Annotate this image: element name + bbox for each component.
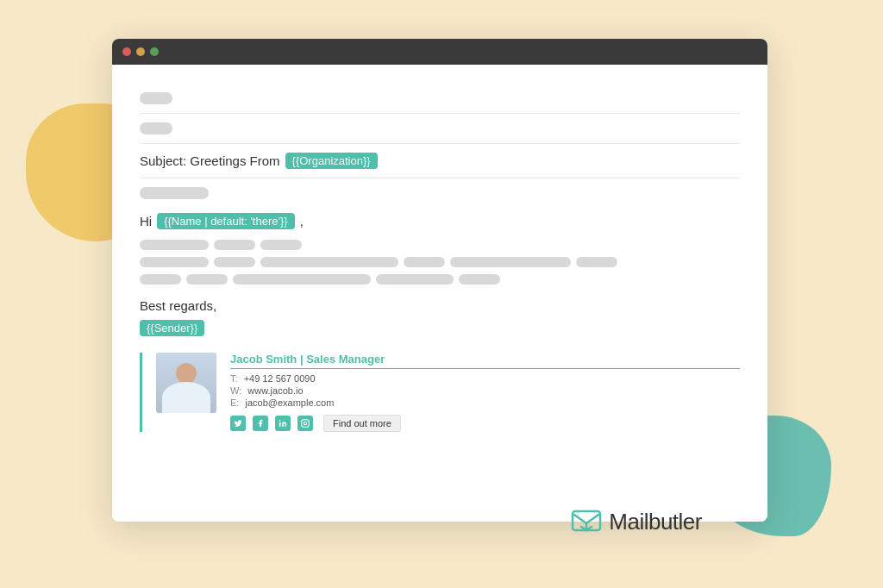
- send-to-line: [140, 187, 740, 199]
- placeholder-line-2: [140, 122, 172, 134]
- avatar-body: [162, 382, 210, 413]
- bl-3-4: [376, 274, 454, 285]
- avatar-head: [176, 363, 197, 384]
- bl-2-2: [214, 257, 255, 267]
- signature-info: Jacob Smith | Sales Manager T: +49 12 56…: [230, 353, 740, 432]
- facebook-icon[interactable]: [253, 416, 268, 431]
- svg-point-3: [304, 422, 306, 424]
- body-line-2: [140, 257, 740, 267]
- browser-window: Subject: Greetings From {{Organization}}…: [112, 39, 767, 522]
- socials-and-button: Find out more: [230, 415, 740, 432]
- placeholder-row-1: [140, 92, 740, 104]
- placeholder-line-1: [140, 92, 172, 104]
- find-out-more-button[interactable]: Find out more: [323, 415, 401, 432]
- placeholder-row-2: [140, 122, 740, 134]
- signature-email: E: jacob@example.com: [230, 397, 740, 408]
- top-placeholder-rows: [140, 92, 740, 144]
- name-tag: {{Name | default: 'there'}}: [157, 213, 295, 229]
- signature-website: W: www.jacob.io: [230, 385, 740, 396]
- best-regards-text: Best regards,: [140, 298, 740, 313]
- svg-rect-2: [302, 420, 309, 427]
- hi-prefix: Hi: [140, 214, 152, 228]
- linkedin-icon[interactable]: [275, 416, 291, 431]
- bl-3-1: [140, 274, 181, 285]
- mailbutler-icon: [571, 508, 602, 536]
- signature-block: Jacob Smith | Sales Manager T: +49 12 56…: [140, 353, 740, 432]
- bl-3-3: [233, 274, 371, 285]
- browser-titlebar: [112, 39, 767, 65]
- sender-tag-wrapper: {{Sender}}: [140, 320, 740, 335]
- twitter-icon[interactable]: [230, 416, 246, 431]
- divider-2: [140, 143, 740, 144]
- website-value: www.jacob.io: [247, 385, 303, 396]
- phone-value: +49 12 567 0090: [244, 373, 316, 384]
- hi-suffix: ,: [300, 214, 304, 228]
- body-line-1: [140, 240, 740, 250]
- divider-1: [140, 113, 740, 114]
- bl-3-5: [459, 274, 500, 285]
- email-value: jacob@example.com: [245, 397, 334, 408]
- organization-tag: {{Organization}}: [285, 153, 378, 169]
- website-label: W:: [230, 385, 241, 396]
- bl-2-1: [140, 257, 209, 267]
- titlebar-dot-green: [150, 47, 159, 56]
- divider-3: [140, 178, 740, 178]
- bl-2-5: [450, 257, 571, 267]
- titlebar-dot-red: [122, 47, 131, 56]
- bl-1-1: [140, 240, 209, 250]
- subject-line: Subject: Greetings From {{Organization}}: [140, 153, 740, 169]
- svg-point-1: [279, 420, 281, 422]
- bl-1-3: [260, 240, 302, 250]
- signature-avatar: [156, 353, 216, 413]
- bl-2-6: [576, 257, 617, 267]
- body-placeholder-lines: [140, 240, 740, 285]
- sender-tag: {{Sender}}: [140, 320, 204, 336]
- mailbutler-logo: Mailbutler: [571, 508, 702, 536]
- instagram-icon[interactable]: [297, 416, 313, 431]
- email-label: E:: [230, 397, 239, 408]
- signature-phone: T: +49 12 567 0090: [230, 373, 740, 384]
- bl-2-4: [404, 257, 445, 267]
- email-content: Subject: Greetings From {{Organization}}…: [112, 65, 767, 522]
- mailbutler-logo-text: Mailbutler: [609, 509, 702, 535]
- hi-line: Hi {{Name | default: 'there'}} ,: [140, 213, 740, 229]
- signature-name: Jacob Smith | Sales Manager: [230, 353, 740, 369]
- bl-2-3: [260, 257, 398, 267]
- bl-3-2: [186, 274, 228, 285]
- phone-label: T:: [230, 373, 238, 384]
- subject-prefix: Subject: Greetings From: [140, 153, 280, 168]
- bl-1-2: [214, 240, 255, 250]
- body-line-3: [140, 274, 740, 285]
- send-to-placeholder: [140, 187, 209, 199]
- titlebar-dot-yellow: [136, 47, 145, 56]
